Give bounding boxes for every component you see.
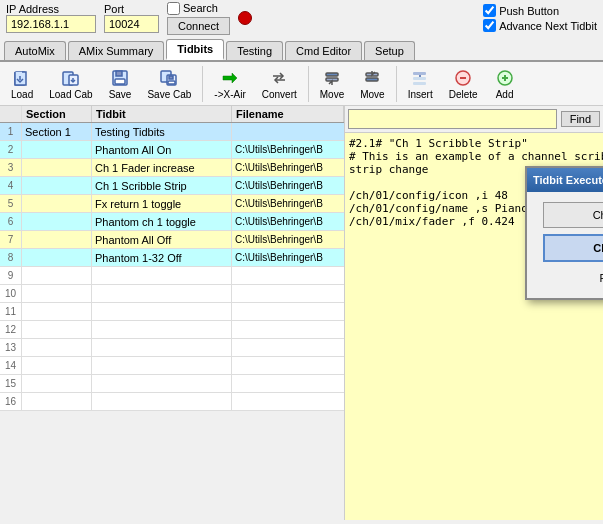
save-button[interactable]: Save — [102, 64, 139, 103]
table-row[interactable]: 12 — [0, 321, 344, 339]
svg-marker-12 — [223, 73, 237, 83]
table-row[interactable]: 4 Ch 1 Scribble Strip C:\Utils\Behringer… — [0, 177, 344, 195]
right-panel: Find Re #2.1# "Ch 1 Scribble Strip" # Th… — [345, 106, 603, 520]
ip-input[interactable] — [6, 15, 96, 33]
load-cab-button[interactable]: Load Cab — [42, 64, 99, 103]
col-header-num — [0, 106, 22, 122]
svg-rect-11 — [168, 81, 175, 84]
dialog-item-3[interactable]: Fx return 1 toggle — [543, 268, 603, 288]
table-header: Section Tidbit Filename — [0, 106, 344, 123]
svg-rect-13 — [326, 73, 338, 76]
connect-button[interactable]: Connect — [167, 17, 230, 35]
advance-label[interactable]: Advance Next Tidbit — [483, 19, 597, 32]
move-down-button[interactable]: Move — [353, 64, 391, 103]
dialog-item-2[interactable]: Ch 1 Scribble Strip — [543, 234, 603, 262]
tidbits-table: Section Tidbit Filename 1 Section 1 Test… — [0, 106, 345, 520]
convert-label: Convert — [262, 89, 297, 100]
search-checkbox-label[interactable]: Search — [167, 2, 230, 15]
table-row[interactable]: 10 — [0, 285, 344, 303]
search-checkbox[interactable] — [167, 2, 180, 15]
push-button-label[interactable]: Push Button — [483, 4, 597, 17]
dialog-overlay: Tidbit Execute - □ ✕ Ch 1 Fader increase… — [525, 166, 603, 300]
tab-setup[interactable]: Setup — [364, 41, 415, 60]
table-row[interactable]: 5 Fx return 1 toggle C:\Utils\Behringer\… — [0, 195, 344, 213]
svg-rect-19 — [413, 82, 426, 85]
svg-rect-18 — [413, 77, 426, 80]
table-row[interactable]: 9 — [0, 267, 344, 285]
toolbar-separator-1 — [202, 66, 203, 102]
dialog-title: Tidbit Execute — [533, 174, 603, 186]
table-row[interactable]: 3 Ch 1 Fader increase C:\Utils\Behringer… — [0, 159, 344, 177]
to-xair-button[interactable]: ->X-Air — [207, 64, 252, 103]
move-up-label: Move — [320, 89, 344, 100]
tab-amix-summary[interactable]: AMix Summary — [68, 41, 165, 60]
add-button[interactable]: Add — [487, 64, 523, 103]
add-icon — [494, 67, 516, 89]
load-button[interactable]: Load — [4, 64, 40, 103]
svg-rect-10 — [169, 76, 173, 79]
tab-tidbits[interactable]: Tidbits — [166, 39, 224, 60]
save-cab-button[interactable]: Save Cab — [140, 64, 198, 103]
dialog-item-1[interactable]: Ch 1 Fader increase — [543, 202, 603, 228]
col-header-tidbit: Tidbit — [92, 106, 232, 122]
save-icon — [109, 67, 131, 89]
search-input[interactable] — [348, 109, 557, 129]
move-up-icon — [321, 67, 343, 89]
add-label: Add — [496, 89, 514, 100]
load-cab-label: Load Cab — [49, 89, 92, 100]
toolbar: Load Load Cab Save — [0, 62, 603, 106]
main-content: Section Tidbit Filename 1 Section 1 Test… — [0, 106, 603, 520]
delete-button[interactable]: Delete — [442, 64, 485, 103]
tidbit-execute-dialog: Tidbit Execute - □ ✕ Ch 1 Fader increase… — [525, 166, 603, 300]
top-bar: IP Address Port Search Connect Push Butt… — [0, 0, 603, 36]
table-row[interactable]: 15 — [0, 375, 344, 393]
search-bar: Find Re — [345, 106, 603, 133]
top-right-options: Push Button Advance Next Tidbit — [483, 4, 597, 32]
convert-button[interactable]: Convert — [255, 64, 304, 103]
svg-rect-17 — [413, 72, 426, 75]
port-section: Port — [104, 3, 159, 33]
dialog-titlebar: Tidbit Execute - □ ✕ — [527, 168, 603, 192]
table-row[interactable]: 8 Phantom 1-32 Off C:\Utils\Behringer\B — [0, 249, 344, 267]
to-xair-icon — [219, 67, 241, 89]
table-body: 1 Section 1 Testing Tidbits 2 Phantom Al… — [0, 123, 344, 520]
ip-section: IP Address Port Search Connect — [6, 2, 252, 35]
load-label: Load — [11, 89, 33, 100]
move-down-icon — [361, 67, 383, 89]
insert-label: Insert — [408, 89, 433, 100]
load-cab-icon — [60, 67, 82, 89]
table-row[interactable]: 7 Phantom All Off C:\Utils\Behringer\B — [0, 231, 344, 249]
col-header-section: Section — [22, 106, 92, 122]
table-row[interactable]: 16 — [0, 393, 344, 411]
push-button-checkbox[interactable] — [483, 4, 496, 17]
advance-checkbox[interactable] — [483, 19, 496, 32]
delete-icon — [452, 67, 474, 89]
find-button[interactable]: Find — [561, 111, 600, 127]
dialog-body: Ch 1 Fader increase Ch 1 Scribble Strip … — [527, 192, 603, 298]
toolbar-separator-2 — [308, 66, 309, 102]
table-row[interactable]: 2 Phantom All On C:\Utils\Behringer\B — [0, 141, 344, 159]
move-up-button[interactable]: Move — [313, 64, 351, 103]
insert-icon — [409, 67, 431, 89]
table-row[interactable]: 11 — [0, 303, 344, 321]
to-xair-label: ->X-Air — [214, 89, 245, 100]
col-header-filename: Filename — [232, 106, 344, 122]
tabs-row: AutoMix AMix Summary Tidbits Testing Cmd… — [0, 36, 603, 62]
svg-rect-7 — [115, 79, 125, 84]
tab-testing[interactable]: Testing — [226, 41, 283, 60]
tab-cmd-editor[interactable]: Cmd Editor — [285, 41, 362, 60]
table-row[interactable]: 6 Phantom ch 1 toggle C:\Utils\Behringer… — [0, 213, 344, 231]
insert-button[interactable]: Insert — [401, 64, 440, 103]
table-row[interactable]: 13 — [0, 339, 344, 357]
table-row[interactable]: 1 Section 1 Testing Tidbits — [0, 123, 344, 141]
save-label: Save — [109, 89, 132, 100]
svg-rect-16 — [366, 78, 378, 81]
load-icon — [11, 67, 33, 89]
table-row[interactable]: 14 — [0, 357, 344, 375]
tab-automix[interactable]: AutoMix — [4, 41, 66, 60]
status-indicator — [238, 11, 252, 25]
save-cab-label: Save Cab — [147, 89, 191, 100]
port-input[interactable] — [104, 15, 159, 33]
convert-icon — [268, 67, 290, 89]
svg-rect-6 — [116, 71, 122, 76]
